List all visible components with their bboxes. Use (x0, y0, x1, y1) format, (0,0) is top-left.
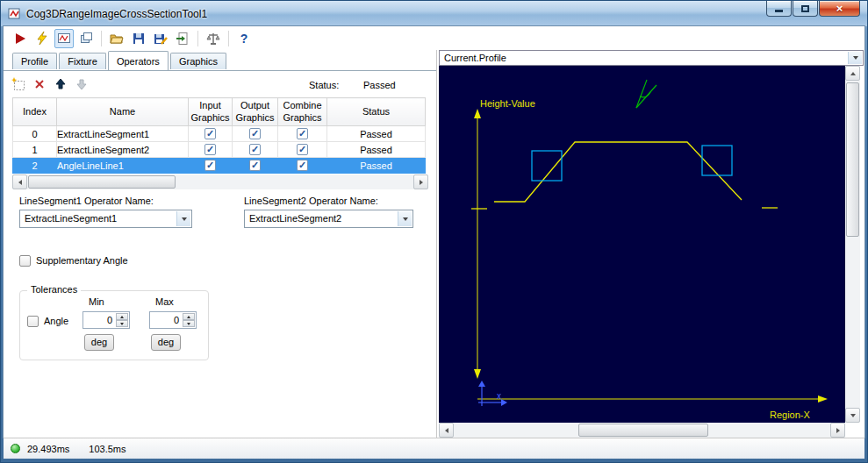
column-header-name[interactable]: Name (57, 98, 189, 126)
scrollbar-thumb[interactable] (846, 82, 859, 237)
display-vscrollbar[interactable] (845, 66, 860, 423)
column-header-output-graphics[interactable]: Output Graphics (233, 98, 278, 126)
table-cell[interactable]: 2 (13, 158, 57, 174)
angle-checkbox[interactable] (27, 316, 39, 327)
operator-list-toolbar (11, 76, 90, 92)
arrow-up-icon (54, 78, 67, 90)
table-row[interactable]: 0ExtractLineSegment1✓✓✓Passed (13, 126, 426, 142)
table-cell[interactable]: 0 (13, 126, 57, 142)
record-selector[interactable]: Current.Profile (439, 50, 864, 66)
min-spinner[interactable]: 0 (82, 311, 130, 329)
graphics-checkbox[interactable]: ✓ (204, 160, 216, 171)
graphics-checkbox[interactable]: ✓ (249, 144, 261, 155)
electrode-button[interactable] (54, 29, 74, 48)
graphics-checkbox[interactable]: ✓ (249, 128, 261, 139)
table-cell[interactable]: Passed (327, 158, 426, 174)
scroll-right-button[interactable] (830, 423, 845, 438)
spin-down-button[interactable] (116, 320, 128, 327)
trigger-button[interactable] (32, 29, 52, 48)
scroll-left-button[interactable] (12, 175, 27, 189)
spin-up-button[interactable] (116, 313, 128, 320)
combo-drop-button[interactable] (176, 211, 190, 226)
record-selector-value: Current.Profile (444, 53, 845, 63)
table-cell[interactable]: ExtractLineSegment1 (57, 126, 189, 142)
spin-up-button[interactable] (183, 313, 195, 320)
graphics-checkbox[interactable]: ✓ (297, 128, 308, 139)
min-label: Min (89, 296, 104, 307)
scrollbar-thumb[interactable] (578, 424, 708, 437)
column-header-input-graphics[interactable]: Input Graphics (189, 98, 233, 126)
column-header-status[interactable]: Status (327, 98, 426, 126)
column-header-combine-graphics[interactable]: Combine Graphics (278, 98, 327, 126)
checkbox-cell[interactable]: ✓ (233, 158, 278, 174)
checkbox-cell[interactable]: ✓ (189, 142, 233, 158)
tab-operators[interactable]: Operators (108, 51, 169, 70)
scroll-down-button[interactable] (845, 408, 860, 423)
scroll-right-icon (420, 180, 423, 185)
add-operator-button[interactable] (11, 76, 26, 92)
help-button[interactable]: ? (234, 29, 254, 48)
checkbox-cell[interactable]: ✓ (278, 158, 327, 174)
max-spinner[interactable]: 0 (149, 311, 197, 329)
close-button[interactable]: × (819, 1, 860, 17)
supplementary-angle-checkbox[interactable] (19, 255, 31, 267)
max-deg-button[interactable]: deg (151, 334, 181, 351)
table-cell[interactable]: ExtractLineSegment2 (57, 142, 189, 158)
move-up-button[interactable] (53, 76, 68, 92)
scroll-left-button[interactable] (439, 423, 454, 438)
table-cell[interactable]: 1 (13, 142, 57, 158)
checkbox-cell[interactable]: ✓ (189, 126, 233, 142)
column-header-index[interactable]: Index (13, 98, 57, 126)
tab-graphics[interactable]: Graphics (170, 53, 226, 69)
checkbox-cell[interactable]: ✓ (189, 158, 233, 174)
minimize-button[interactable] (766, 1, 792, 17)
checkbox-cell[interactable]: ✓ (233, 126, 278, 142)
scrollbar-thumb[interactable] (28, 175, 176, 189)
graphics-checkbox[interactable]: ✓ (249, 160, 261, 171)
checkbox-cell[interactable]: ✓ (278, 126, 327, 142)
graphics-checkbox[interactable]: ✓ (297, 144, 308, 155)
scroll-up-button[interactable] (845, 66, 860, 81)
move-down-button[interactable] (74, 76, 90, 92)
supplementary-angle-label: Supplementary Angle (36, 255, 128, 266)
maximize-icon (801, 5, 809, 12)
open-button[interactable] (107, 29, 126, 48)
import-button[interactable] (173, 29, 192, 48)
run-button[interactable] (11, 29, 30, 48)
calibrate-button[interactable] (204, 29, 223, 48)
graphics-checkbox[interactable]: ✓ (204, 128, 216, 139)
profile-canvas[interactable]: Height-Value Region-X (439, 66, 845, 423)
linesegment2-combo[interactable]: ExtractLineSegment2 (244, 210, 413, 228)
floppy-pencil-icon (154, 32, 168, 46)
table-row[interactable]: 2AngleLineLine1✓✓✓Passed (13, 158, 426, 174)
scales-icon (206, 32, 220, 46)
display-hscrollbar[interactable] (439, 423, 845, 438)
float-window-button[interactable] (76, 29, 96, 48)
max-value: 0 (174, 315, 179, 325)
graphics-checkbox[interactable]: ✓ (204, 144, 216, 155)
table-row[interactable]: 1ExtractLineSegment2✓✓✓Passed (13, 142, 426, 158)
checkbox-cell[interactable]: ✓ (278, 142, 327, 158)
table-cell[interactable]: AngleLineLine1 (57, 158, 189, 174)
linesegment2-value: ExtractLineSegment2 (249, 213, 395, 224)
min-deg-button[interactable]: deg (84, 334, 114, 351)
tab-fixture[interactable]: Fixture (59, 53, 106, 69)
table-scrollbar[interactable] (12, 175, 428, 189)
table-cell[interactable]: Passed (327, 126, 426, 142)
linesegment1-combo[interactable]: ExtractLineSegment1 (19, 210, 192, 228)
save-as-button[interactable] (151, 29, 170, 48)
graphics-checkbox[interactable]: ✓ (297, 160, 308, 171)
maximize-button[interactable] (793, 1, 818, 17)
angle-marker[interactable] (636, 80, 656, 108)
title-bar[interactable]: Cog3DRangeImageCrossSectionTool1 × (1, 1, 867, 26)
delete-operator-button[interactable] (32, 76, 47, 92)
scroll-right-button[interactable] (413, 175, 428, 189)
spin-down-button[interactable] (183, 320, 195, 327)
combo-drop-button[interactable] (398, 211, 412, 226)
checkbox-cell[interactable]: ✓ (233, 142, 278, 158)
tab-profile[interactable]: Profile (12, 53, 57, 69)
save-button[interactable] (129, 29, 148, 48)
combo-drop-button[interactable] (848, 52, 862, 64)
table-cell[interactable]: Passed (327, 142, 426, 158)
line-segment2-marker[interactable] (702, 146, 732, 175)
